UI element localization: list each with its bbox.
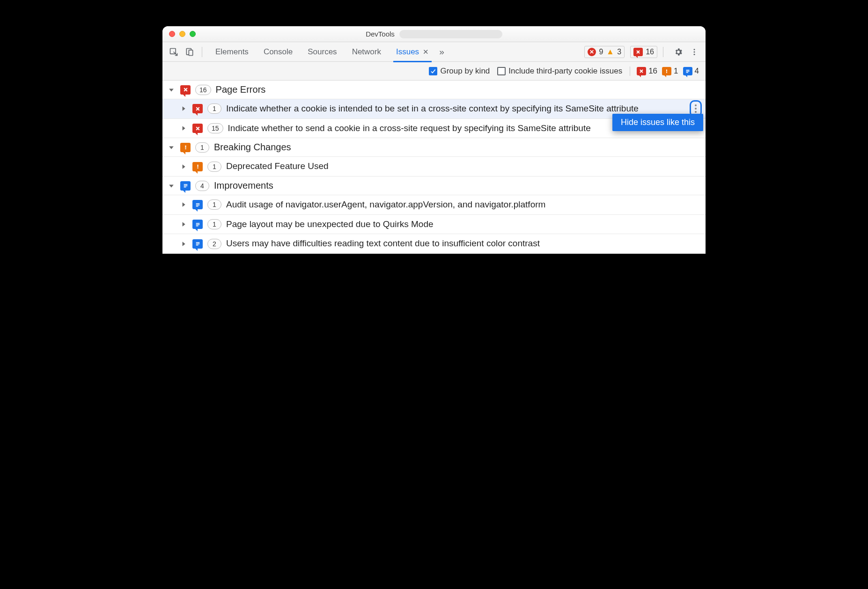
disclosure-triangle-icon[interactable] bbox=[179, 200, 188, 209]
svg-rect-18 bbox=[196, 203, 199, 204]
info-bubble-icon bbox=[192, 200, 203, 209]
svg-rect-15 bbox=[184, 184, 187, 185]
svg-rect-16 bbox=[184, 185, 187, 186]
issue-text: Audit usage of navigator.userAgent, navi… bbox=[226, 199, 703, 211]
divider bbox=[202, 47, 202, 57]
issue-count: 1 bbox=[207, 103, 221, 114]
issue-group-row[interactable]: 4Improvements bbox=[162, 177, 706, 195]
issue-kebab-button[interactable]: Hide issues like this bbox=[690, 100, 702, 117]
summary-warnings[interactable]: 1 bbox=[662, 66, 678, 76]
issue-text: Indicate whether a cookie is intended to… bbox=[226, 103, 703, 115]
issue-group-row[interactable]: 16Page Errors bbox=[162, 81, 706, 99]
tab-sources[interactable]: Sources bbox=[300, 42, 344, 62]
group-label: Page Errors bbox=[216, 84, 266, 95]
window-title: DevTools bbox=[366, 30, 395, 38]
third-party-checkbox[interactable]: Include third-party cookie issues bbox=[497, 66, 622, 76]
disclosure-triangle-icon[interactable] bbox=[179, 124, 188, 133]
warning-count: 3 bbox=[617, 48, 621, 56]
svg-rect-7 bbox=[666, 72, 667, 73]
svg-rect-17 bbox=[184, 187, 186, 188]
error-bubble-icon bbox=[180, 85, 191, 95]
svg-rect-23 bbox=[196, 225, 198, 226]
issue-group-row[interactable]: 1Breaking Changes bbox=[162, 138, 706, 157]
console-counters[interactable]: ✕ 9 ▲ 3 bbox=[584, 46, 625, 58]
group-count: 4 bbox=[195, 181, 209, 191]
disclosure-triangle-icon[interactable] bbox=[167, 143, 176, 152]
group-count: 1 bbox=[195, 142, 209, 153]
issue-row[interactable]: 1Indicate whether a cookie is intended t… bbox=[162, 99, 706, 119]
svg-rect-14 bbox=[197, 168, 198, 169]
panel-tabs: Elements Console Sources Network Issues … bbox=[208, 42, 447, 62]
disclosure-triangle-icon[interactable] bbox=[167, 182, 176, 190]
tab-network[interactable]: Network bbox=[345, 42, 389, 62]
disclosure-triangle-icon[interactable] bbox=[179, 220, 188, 228]
issues-counter[interactable]: 16 bbox=[630, 46, 657, 58]
warn-bubble-icon bbox=[180, 143, 191, 152]
group-label: Improvements bbox=[214, 180, 273, 191]
devtools-toolbar: Elements Console Sources Network Issues … bbox=[162, 42, 706, 62]
issue-text: Page layout may be unexpected due to Qui… bbox=[226, 219, 703, 230]
close-tab-icon[interactable]: ✕ bbox=[423, 48, 429, 56]
svg-rect-8 bbox=[686, 70, 689, 71]
url-pill bbox=[399, 30, 502, 38]
info-bubble-icon bbox=[683, 67, 692, 75]
issue-count: 1 bbox=[207, 162, 221, 172]
svg-rect-11 bbox=[185, 146, 186, 148]
issue-count: 1 bbox=[207, 219, 221, 229]
svg-rect-19 bbox=[196, 205, 199, 206]
issue-error-icon bbox=[633, 48, 643, 56]
tab-console[interactable]: Console bbox=[256, 42, 300, 62]
error-bubble-icon bbox=[192, 104, 203, 113]
issue-text: Users may have difficulties reading text… bbox=[226, 238, 703, 250]
info-bubble-icon bbox=[192, 220, 203, 229]
issue-row[interactable]: 1Page layout may be unexpected due to Qu… bbox=[162, 215, 706, 235]
kebab-menu-icon[interactable] bbox=[688, 45, 701, 59]
group-by-kind-checkbox[interactable]: Group by kind bbox=[429, 66, 490, 76]
warn-bubble-icon bbox=[192, 162, 203, 171]
issue-text: Deprecated Feature Used bbox=[226, 161, 703, 172]
device-toolbar-icon[interactable] bbox=[183, 45, 196, 59]
svg-point-4 bbox=[694, 51, 695, 52]
disclosure-triangle-icon[interactable] bbox=[179, 104, 188, 113]
inspect-element-icon[interactable] bbox=[167, 45, 180, 59]
info-bubble-icon bbox=[180, 181, 191, 191]
disclosure-triangle-icon[interactable] bbox=[167, 86, 176, 94]
svg-rect-9 bbox=[686, 71, 689, 72]
issue-row[interactable]: 1Audit usage of navigator.userAgent, nav… bbox=[162, 195, 706, 215]
tab-issues[interactable]: Issues ✕ bbox=[389, 42, 436, 62]
devtools-window: DevTools Elements Console Sources Networ… bbox=[162, 26, 706, 254]
zoom-window-button[interactable] bbox=[190, 31, 196, 37]
svg-rect-13 bbox=[197, 165, 198, 167]
issues-list: 16Page Errors1Indicate whether a cookie … bbox=[162, 81, 706, 254]
minimize-window-button[interactable] bbox=[179, 31, 185, 37]
error-bubble-icon bbox=[637, 67, 646, 75]
issue-row[interactable]: 1Deprecated Feature Used bbox=[162, 157, 706, 177]
svg-rect-25 bbox=[196, 243, 199, 244]
more-tabs-button[interactable]: » bbox=[436, 47, 447, 57]
context-menu[interactable]: Hide issues like this bbox=[612, 114, 703, 131]
titlebar: DevTools bbox=[162, 26, 706, 42]
svg-rect-2 bbox=[189, 50, 192, 55]
error-icon: ✕ bbox=[588, 48, 596, 56]
group-count: 16 bbox=[195, 85, 211, 95]
issue-count: 15 bbox=[207, 123, 223, 133]
issue-row[interactable]: 2Users may have difficulties reading tex… bbox=[162, 234, 706, 254]
svg-rect-21 bbox=[196, 223, 199, 224]
issues-filter-bar: Group by kind Include third-party cookie… bbox=[162, 62, 706, 81]
settings-icon[interactable] bbox=[672, 45, 685, 59]
checkbox-unchecked-icon bbox=[497, 67, 506, 75]
group-label: Breaking Changes bbox=[214, 142, 291, 153]
summary-errors[interactable]: 16 bbox=[637, 66, 657, 76]
svg-rect-20 bbox=[196, 206, 198, 207]
issue-error-count: 16 bbox=[646, 48, 654, 56]
close-window-button[interactable] bbox=[169, 31, 175, 37]
svg-rect-10 bbox=[686, 72, 688, 73]
tab-elements[interactable]: Elements bbox=[208, 42, 256, 62]
warn-bubble-icon bbox=[662, 67, 671, 75]
divider bbox=[663, 47, 663, 57]
summary-info[interactable]: 4 bbox=[683, 66, 699, 76]
disclosure-triangle-icon[interactable] bbox=[179, 162, 188, 171]
error-count: 9 bbox=[599, 48, 603, 56]
disclosure-triangle-icon[interactable] bbox=[179, 240, 188, 248]
issue-summary-counts: 16 1 4 bbox=[630, 66, 699, 76]
